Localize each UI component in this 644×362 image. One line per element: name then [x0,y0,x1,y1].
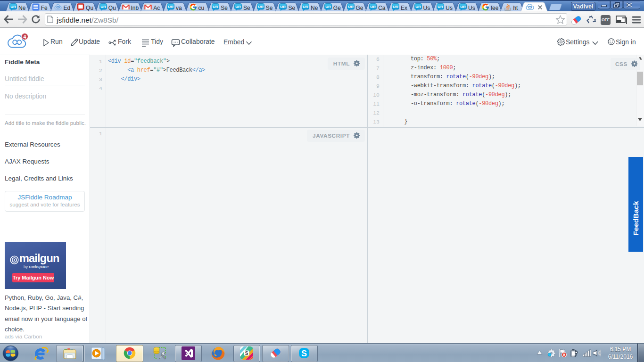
svg-text:UR: UR [415,5,421,9]
svg-text:UR: UR [303,5,308,9]
svg-text:UR: UR [10,5,16,9]
svg-text:UR: UR [281,5,286,9]
svg-text:UR: UR [348,5,354,9]
svg-text:UR: UR [213,5,219,9]
svg-text:UR: UR [258,5,264,9]
svg-text:UR: UR [438,5,444,9]
svg-text:UR: UR [325,5,331,9]
svg-text:UR: UR [100,5,106,9]
svg-text:S: S [245,351,248,356]
svg-text:UR: UR [168,5,173,9]
svg-text:UR: UR [460,5,466,9]
svg-text:UR: UR [370,5,376,9]
svg-text:S: S [301,349,307,358]
svg-text:UR: UR [235,5,241,9]
svg-text:UR: UR [393,5,398,9]
